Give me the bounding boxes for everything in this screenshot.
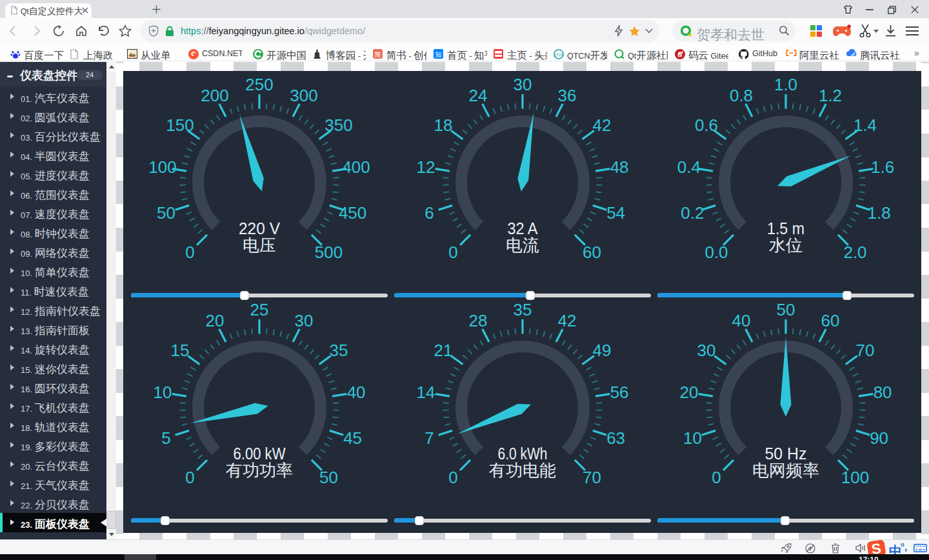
svg-text:1.8: 1.8 (868, 203, 891, 223)
svg-text:6.0 kWh: 6.0 kWh (497, 444, 547, 463)
svg-text:50: 50 (777, 300, 795, 319)
svg-text:0.4: 0.4 (677, 157, 701, 177)
svg-text:70: 70 (583, 468, 601, 487)
svg-text:5: 5 (161, 428, 170, 448)
svg-text:24: 24 (468, 86, 487, 105)
svg-text:35: 35 (513, 300, 532, 319)
svg-text:50: 50 (157, 203, 175, 223)
svg-text:35: 35 (330, 341, 348, 360)
svg-text:30: 30 (513, 75, 532, 94)
svg-text:20: 20 (206, 311, 225, 330)
svg-text:简: 简 (375, 51, 381, 58)
svg-text:15: 15 (171, 341, 190, 360)
svg-text:0.6: 0.6 (695, 115, 718, 135)
svg-text:30: 30 (295, 311, 314, 330)
svg-text:2.0: 2.0 (843, 243, 866, 262)
svg-text:0: 0 (712, 468, 721, 487)
svg-text:0.8: 0.8 (730, 86, 753, 105)
svg-text:1.2: 1.2 (819, 86, 842, 105)
svg-text:10: 10 (683, 428, 702, 448)
svg-text:电流: 电流 (506, 235, 539, 255)
svg-text:40: 40 (347, 383, 366, 402)
svg-text:14: 14 (416, 383, 435, 402)
svg-text:200: 200 (201, 86, 228, 105)
svg-text:知: 知 (435, 51, 442, 58)
svg-text:50: 50 (319, 468, 338, 487)
svg-text:49: 49 (592, 341, 611, 360)
svg-text:450: 450 (339, 203, 366, 223)
svg-text:50 Hz: 50 Hz (765, 444, 807, 463)
svg-text:6.00 kW: 6.00 kW (234, 444, 286, 463)
svg-text:20: 20 (679, 383, 698, 402)
svg-text:350: 350 (325, 115, 352, 135)
svg-text:56: 56 (610, 383, 628, 402)
svg-text:150: 150 (166, 115, 194, 135)
svg-text:1.6: 1.6 (871, 157, 894, 177)
svg-text:30: 30 (697, 341, 716, 360)
svg-text:电网频率: 电网频率 (752, 461, 819, 480)
svg-text:70: 70 (856, 341, 875, 360)
svg-text:80: 80 (874, 383, 892, 402)
svg-text:100: 100 (841, 468, 869, 487)
svg-text:1.5 m: 1.5 m (767, 219, 804, 238)
svg-text:0: 0 (448, 468, 457, 487)
svg-text:电压: 电压 (243, 235, 276, 255)
svg-text:1.0: 1.0 (774, 75, 797, 94)
svg-text:25: 25 (250, 300, 269, 319)
svg-text:90: 90 (870, 428, 888, 448)
svg-text:63: 63 (606, 428, 625, 448)
svg-text:300: 300 (290, 86, 317, 105)
svg-text:48: 48 (610, 157, 628, 177)
svg-text:0: 0 (448, 243, 457, 262)
svg-text:100: 100 (148, 157, 176, 177)
svg-text:18: 18 (434, 115, 452, 135)
svg-text:0: 0 (185, 468, 194, 487)
svg-text:1.4: 1.4 (854, 115, 877, 135)
svg-text:60: 60 (583, 243, 601, 262)
svg-text:40: 40 (732, 311, 751, 330)
svg-text:0: 0 (185, 243, 194, 262)
svg-text:54: 54 (606, 203, 625, 223)
svg-text:0.0: 0.0 (704, 243, 728, 262)
svg-text:42: 42 (557, 311, 576, 330)
svg-text:12: 12 (416, 157, 435, 177)
svg-text:有功电能: 有功电能 (489, 461, 556, 480)
svg-text:QTCN: QTCN (554, 53, 564, 57)
svg-text:400: 400 (342, 157, 370, 177)
svg-text:7: 7 (425, 428, 434, 448)
svg-text:28: 28 (468, 311, 487, 330)
svg-text:36: 36 (557, 86, 576, 105)
svg-text:32 A: 32 A (507, 219, 538, 238)
svg-text:220 V: 220 V (239, 219, 281, 238)
svg-text:42: 42 (592, 115, 611, 135)
svg-text:500: 500 (315, 243, 343, 262)
svg-text:水位: 水位 (769, 235, 803, 255)
svg-text:10: 10 (153, 383, 172, 402)
svg-text:45: 45 (343, 428, 362, 448)
svg-text:21: 21 (434, 341, 452, 360)
svg-text:60: 60 (821, 311, 840, 330)
svg-text:0.2: 0.2 (681, 203, 704, 223)
svg-text:250: 250 (245, 75, 273, 94)
svg-text:6: 6 (425, 203, 434, 223)
svg-text:有功功率: 有功功率 (226, 461, 293, 480)
